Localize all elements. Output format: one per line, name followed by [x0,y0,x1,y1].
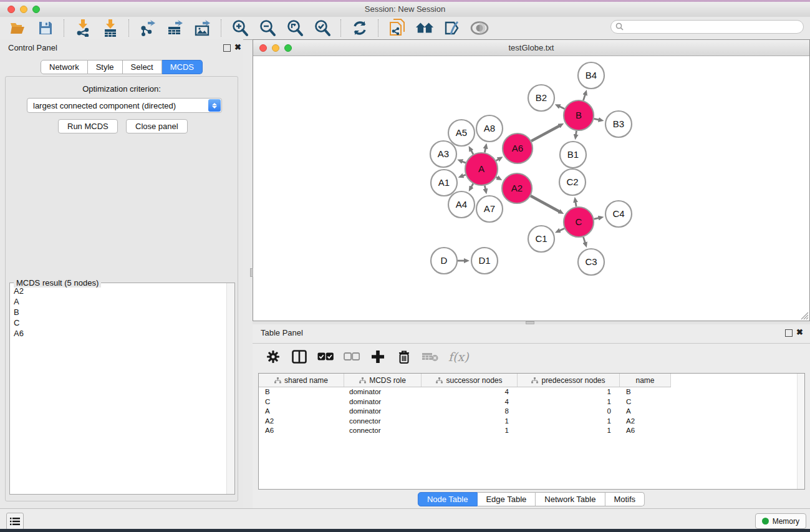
window-resize-grip[interactable] [800,312,809,320]
close-panel-icon[interactable]: ✖ [234,42,241,52]
table-cell[interactable]: C [259,397,344,407]
graph-edge[interactable] [496,177,498,178]
table-cell[interactable]: 1 [518,426,620,436]
graph-edge[interactable] [576,131,577,135]
graph-edge[interactable] [471,150,473,154]
optimization-criterion-select[interactable]: largest connected component (directed) [27,98,222,113]
apply-function-icon[interactable]: f(x) [448,350,469,364]
graph-edge[interactable] [594,218,599,219]
mcds-result-scrollbar[interactable] [226,283,234,494]
hide-labels-icon[interactable] [443,19,461,37]
select-all-checks-icon[interactable] [317,349,334,365]
open-session-icon[interactable] [9,19,27,37]
table-cell[interactable]: A2 [620,417,671,427]
column-header-shared-name[interactable]: shared name [259,374,344,387]
split-handle-left[interactable] [250,268,253,277]
graph-edge[interactable] [462,162,466,163]
memory-button[interactable]: Memory [755,513,806,529]
graph-edge[interactable] [471,184,473,188]
table-cell[interactable]: C [620,397,671,407]
mcds-result-item[interactable]: A6 [10,328,227,339]
save-session-icon[interactable] [36,19,55,37]
node-table-body[interactable]: Bdominator41BCdominator41CAdominator80AA… [259,387,804,436]
table-cell[interactable]: B [259,387,344,397]
tab-mcds[interactable]: MCDS [162,60,203,74]
table-row[interactable]: A6connector11A6 [259,426,804,436]
graph-edge[interactable] [496,159,498,160]
table-cell[interactable]: 0 [518,407,620,417]
network-canvas[interactable]: B4B2BB3A5A8A6A3B1AA1C2A2A4A7C4CC1C3DD1 [253,56,809,321]
tab-edge-table[interactable]: Edge Table [477,492,536,506]
column-header-successor-nodes[interactable]: successor nodes [422,374,518,387]
graph-edge[interactable] [583,237,585,243]
graph-edge[interactable] [576,202,576,207]
tab-network-table[interactable]: Network Table [536,492,605,506]
delete-columns-trash-icon[interactable] [396,349,412,365]
export-image-icon[interactable] [193,19,212,37]
float-panel-icon[interactable] [223,44,231,52]
run-mcds-button[interactable]: Run MCDS [58,119,118,133]
table-cell[interactable]: dominator [344,387,422,397]
graph-edge[interactable] [583,95,585,101]
table-cell[interactable]: 1 [518,387,620,397]
graph-edge[interactable] [559,107,564,109]
mcds-result-item[interactable]: A2 [10,286,227,296]
tab-motifs[interactable]: Motifs [605,492,645,506]
task-history-button[interactable] [6,513,24,530]
network-snapshot-icon[interactable] [388,19,407,37]
table-cell[interactable]: A2 [259,417,344,427]
table-cell[interactable]: 1 [518,397,620,407]
column-header-mcds-role[interactable]: MCDS role [344,374,422,387]
table-cell[interactable]: 1 [518,417,620,427]
search-input[interactable] [610,20,804,34]
table-cell[interactable]: 4 [422,387,518,397]
deselect-all-checks-icon[interactable] [344,349,360,365]
graph-edge[interactable] [559,228,564,231]
graph-edge[interactable] [531,196,559,211]
network-window-titlebar[interactable]: testGlobe.txt [253,40,809,56]
table-cell[interactable]: A [620,407,671,417]
tab-network[interactable]: Network [41,60,88,74]
zoom-in-icon[interactable] [231,19,249,37]
refresh-layout-icon[interactable] [350,19,369,37]
tab-select[interactable]: Select [123,60,162,74]
column-header-predecessor-nodes[interactable]: predecessor nodes [518,374,620,387]
mcds-result-item[interactable]: C [10,317,227,328]
float-table-panel-icon[interactable] [785,329,793,337]
zoom-out-icon[interactable] [258,19,277,37]
table-settings-gear-icon[interactable] [265,349,281,365]
table-row[interactable]: Bdominator41B [259,387,804,397]
home-view-icon[interactable] [415,19,434,37]
table-cell[interactable]: A6 [620,426,671,436]
table-row[interactable]: Cdominator41C [259,397,804,407]
select-columns-icon[interactable] [291,349,307,365]
import-table-icon[interactable] [101,19,120,37]
graph-edge[interactable] [485,185,485,189]
export-network-icon[interactable] [138,19,157,37]
graph-edge[interactable] [594,118,599,120]
node-table[interactable]: shared name MCDS role successor nodes pr… [258,373,805,490]
add-column-icon[interactable] [370,349,386,365]
mcds-result-list[interactable]: A2ABCA6 [10,286,227,494]
table-scrollbar[interactable] [797,374,804,489]
table-cell[interactable]: dominator [344,397,422,407]
table-cell[interactable]: 1 [422,426,518,436]
import-network-icon[interactable] [74,19,92,37]
table-cell[interactable]: connector [344,417,422,427]
table-cell[interactable]: 8 [422,407,518,417]
table-cell[interactable]: dominator [344,407,422,417]
column-header-name[interactable]: name [620,374,671,387]
close-table-panel-icon[interactable]: ✖ [796,327,803,337]
table-cell[interactable]: 4 [422,397,518,407]
table-cell[interactable]: B [620,387,671,397]
tab-style[interactable]: Style [88,60,123,74]
graph-edge[interactable] [485,148,485,152]
table-cell[interactable]: A [259,407,344,417]
tab-node-table[interactable]: Node Table [418,492,478,506]
table-row[interactable]: Adominator80A [259,407,804,417]
show-graphics-details-icon[interactable] [470,19,489,37]
mcds-result-item[interactable]: B [10,307,227,317]
table-cell[interactable]: connector [344,426,422,436]
zoom-fit-icon[interactable] [286,19,304,37]
zoom-selected-icon[interactable] [313,19,332,37]
